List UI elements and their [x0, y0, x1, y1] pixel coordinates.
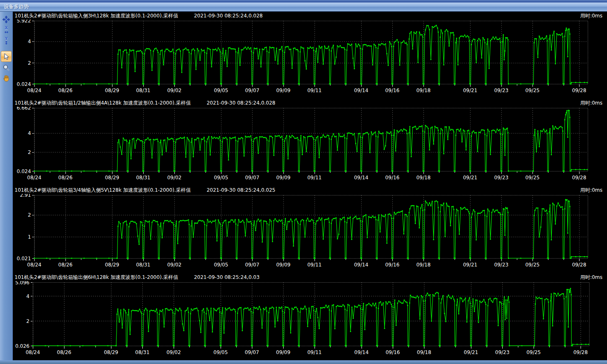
- svg-text:0.026: 0.026: [15, 343, 29, 349]
- window-title: 设备多趋势: [4, 3, 29, 10]
- elapsed-time-label: 用时:0ms: [580, 100, 602, 107]
- svg-text:09/02: 09/02: [167, 175, 181, 181]
- chart-header: 101机头2#驱动部\齿轮箱3/4轴输入侧5V\128k 加速度波形(0.1-2…: [13, 186, 607, 194]
- svg-text:09/11: 09/11: [307, 262, 321, 268]
- svg-text:09/02: 09/02: [167, 262, 181, 268]
- main-area: X ↔ Y ↕: [0, 12, 607, 361]
- svg-text:08/31: 08/31: [136, 262, 150, 268]
- trend-chart-canvas[interactable]: 5.922240.02408/2408/2608/2908/3109/0209/…: [13, 20, 607, 99]
- svg-text:09/21: 09/21: [463, 88, 477, 93]
- svg-text:08/24: 08/24: [27, 175, 41, 181]
- x-axis-zoom-tool-button[interactable]: X ↔: [1, 25, 11, 35]
- svg-text:08/24: 08/24: [26, 349, 40, 355]
- trend-chart-canvas[interactable]: 6.662240.02408/2408/2608/2908/3109/0209/…: [13, 107, 607, 186]
- trend-panel-3: 101机头2#驱动部\齿轮箱3/4轴输入侧5V\128k 加速度波形(0.1-2…: [13, 186, 607, 273]
- svg-text:09/28: 09/28: [572, 175, 586, 181]
- svg-text:08/26: 08/26: [58, 88, 72, 93]
- svg-text:09/16: 09/16: [385, 88, 399, 93]
- svg-text:09/07: 09/07: [245, 262, 259, 268]
- svg-text:5.922: 5.922: [17, 20, 31, 24]
- svg-text:08/26: 08/26: [58, 262, 72, 268]
- cursor-arrow-icon: [2, 53, 10, 60]
- svg-text:09/09: 09/09: [276, 262, 290, 268]
- channel-title: 101机头2#驱动部\齿轮箱输入侧3H\128k 加速度波形(0.1-2000)…: [15, 12, 178, 20]
- svg-text:09/18: 09/18: [416, 88, 431, 93]
- horizontal-arrows-icon: ↔: [4, 30, 8, 34]
- svg-text:09/28: 09/28: [572, 88, 586, 93]
- trend-chart-canvas[interactable]: 2.91120.02108/2408/2608/2908/3109/0209/0…: [13, 194, 607, 273]
- elapsed-time-label: 用时:0ms: [580, 274, 602, 281]
- move-cross-icon: [2, 15, 10, 24]
- trend-panel-2: 101机头2#驱动部\齿轮箱1/2轴输出侧4A\128k 加速度波形(0.1-2…: [13, 99, 607, 186]
- svg-text:09/11: 09/11: [307, 88, 321, 93]
- svg-text:09/18: 09/18: [417, 349, 431, 355]
- hand-icon: [2, 75, 10, 82]
- svg-text:4: 4: [26, 293, 29, 299]
- svg-text:0.024: 0.024: [17, 169, 31, 174]
- zoom-tool-button[interactable]: [1, 63, 11, 73]
- charts-area: 101机头2#驱动部\齿轮箱输入侧3H\128k 加速度波形(0.1-2000)…: [13, 12, 607, 361]
- svg-text:09/16: 09/16: [386, 349, 400, 355]
- elapsed-time-label: 用时:0ms: [580, 187, 602, 194]
- svg-text:08/31: 08/31: [136, 88, 150, 93]
- vertical-arrows-icon: ↕: [4, 41, 8, 45]
- channel-title: 101机头2#驱动部\齿轮箱1/2轴输出侧4A\128k 加速度波形(0.1-2…: [15, 100, 191, 107]
- svg-text:09/28: 09/28: [572, 262, 586, 268]
- magnifier-icon: [2, 64, 10, 71]
- svg-text:09/23: 09/23: [494, 262, 508, 268]
- svg-text:08/24: 08/24: [27, 88, 41, 93]
- svg-text:08/26: 08/26: [58, 175, 72, 181]
- svg-text:2: 2: [28, 60, 31, 66]
- svg-text:08/31: 08/31: [135, 349, 150, 355]
- svg-text:4: 4: [28, 39, 31, 44]
- svg-text:08/29: 08/29: [105, 262, 119, 268]
- svg-text:0.021: 0.021: [17, 256, 31, 261]
- latest-sample-timestamp: 2021-09-30 08:25:24,0.025: [207, 187, 276, 193]
- svg-text:09/14: 09/14: [354, 175, 368, 181]
- svg-text:09/09: 09/09: [276, 88, 290, 93]
- latest-sample-timestamp: 2021-09-30 08:25:24,0.03: [194, 274, 259, 280]
- svg-text:0.024: 0.024: [17, 81, 31, 87]
- cursor-tool-button[interactable]: [1, 51, 12, 62]
- pan-move-tool-button[interactable]: [1, 15, 11, 24]
- svg-text:09/07: 09/07: [245, 88, 259, 93]
- chart-header: 101机头2#驱动部\齿轮箱1/2轴输出侧4A\128k 加速度波形(0.1-2…: [13, 99, 607, 107]
- svg-text:2: 2: [26, 318, 29, 324]
- svg-text:09/14: 09/14: [354, 88, 368, 93]
- svg-text:2: 2: [28, 212, 31, 218]
- svg-text:09/16: 09/16: [385, 175, 399, 181]
- svg-text:09/21: 09/21: [464, 349, 478, 355]
- svg-text:09/25: 09/25: [525, 175, 539, 181]
- svg-text:08/29: 08/29: [105, 88, 119, 93]
- svg-text:09/21: 09/21: [463, 262, 477, 268]
- svg-text:08/26: 08/26: [57, 349, 71, 355]
- svg-text:09/18: 09/18: [416, 262, 431, 268]
- svg-text:09/14: 09/14: [354, 349, 369, 355]
- channel-title: 101机头2#驱动部\齿轮箱3/4轴输入侧5V\128k 加速度波形(0.1-2…: [15, 187, 191, 194]
- svg-text:09/25: 09/25: [525, 262, 539, 268]
- svg-text:09/11: 09/11: [307, 175, 321, 181]
- svg-text:09/09: 09/09: [276, 175, 290, 181]
- svg-text:08/29: 08/29: [105, 175, 119, 181]
- trend-chart-canvas[interactable]: 5.096240.02608/2408/2608/2908/3109/0209/…: [13, 281, 607, 361]
- svg-text:09/05: 09/05: [214, 262, 228, 268]
- hand-pan-tool-button[interactable]: [1, 73, 11, 83]
- channel-title: 101机头2#驱动部\齿轮箱输出侧6H\128k 加速度波形(0.1-2000)…: [15, 274, 178, 281]
- svg-text:09/23: 09/23: [495, 349, 510, 355]
- svg-text:09/14: 09/14: [354, 262, 368, 268]
- svg-text:09/28: 09/28: [573, 349, 588, 355]
- elapsed-time-label: 用时:0ms: [580, 12, 602, 20]
- svg-text:09/23: 09/23: [494, 88, 508, 93]
- trend-panel-4: 101机头2#驱动部\齿轮箱输出侧6H\128k 加速度波形(0.1-2000)…: [13, 273, 607, 361]
- svg-text:09/05: 09/05: [214, 88, 228, 93]
- trend-panel-1: 101机头2#驱动部\齿轮箱输入侧3H\128k 加速度波形(0.1-2000)…: [13, 12, 607, 99]
- svg-text:5.096: 5.096: [15, 281, 29, 286]
- y-axis-zoom-tool-button[interactable]: Y ↕: [1, 36, 11, 46]
- svg-text:09/07: 09/07: [245, 175, 259, 181]
- svg-text:09/02: 09/02: [167, 88, 181, 93]
- title-bar[interactable]: 设备多趋势: [0, 2, 607, 12]
- svg-text:09/18: 09/18: [416, 175, 431, 181]
- svg-text:09/25: 09/25: [525, 88, 539, 93]
- svg-text:09/23: 09/23: [494, 175, 508, 181]
- svg-text:1: 1: [28, 234, 31, 240]
